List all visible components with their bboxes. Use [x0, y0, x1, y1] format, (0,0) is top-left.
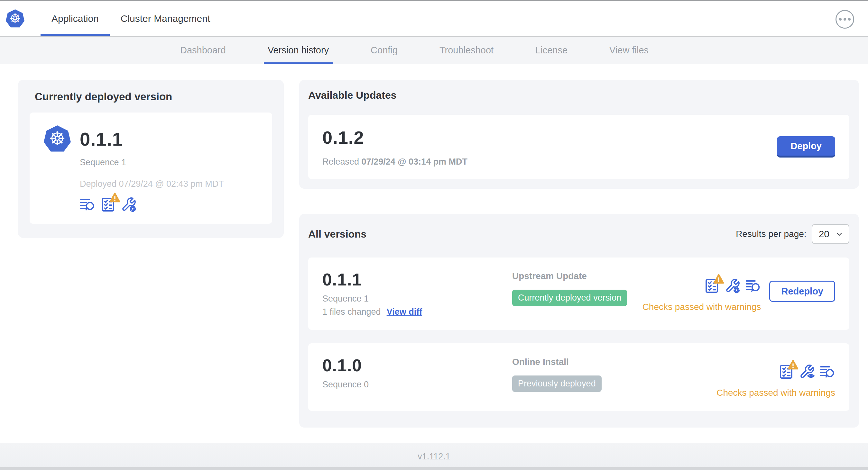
files-changed-label: 1 files changed	[322, 307, 381, 317]
overflow-menu-button[interactable]	[836, 10, 854, 29]
results-per-page-select[interactable]: 20	[812, 224, 849, 244]
available-updates-title: Available Updates	[308, 89, 849, 101]
preflight-checks-warning-icon[interactable]	[779, 364, 794, 379]
preflight-status-text: Checks passed with warnings	[716, 388, 835, 398]
tab-cluster-management[interactable]: Cluster Management	[110, 1, 221, 36]
deployed-timestamp: Deployed 07/29/24 @ 02:43 pm MDT	[80, 179, 259, 189]
diff-icon[interactable]	[820, 364, 835, 379]
row-version-number: 0.1.1	[322, 270, 512, 289]
results-per-page: Results per page: 20	[736, 224, 849, 244]
deployed-version-number: 0.1.1	[80, 128, 123, 150]
tab-troubleshoot[interactable]: Troubleshoot	[436, 37, 497, 64]
footer: v1.112.1	[0, 443, 868, 470]
diff-icon[interactable]	[80, 197, 95, 212]
right-column: Available Updates 0.1.2 Released 07/29/2…	[299, 80, 859, 428]
tab-license[interactable]: License	[531, 37, 571, 64]
tab-view-files[interactable]: View files	[606, 37, 652, 64]
chevron-down-icon	[835, 230, 843, 238]
preflight-status-text: Checks passed with warnings	[643, 302, 761, 312]
warning-triangle-icon	[787, 360, 799, 370]
deploy-button[interactable]: Deploy	[777, 136, 835, 158]
version-source-label: Upstream Update	[512, 271, 643, 281]
view-diff-link[interactable]: View diff	[387, 307, 423, 317]
preflight-checks-warning-icon[interactable]	[100, 197, 116, 212]
all-versions-title: All versions	[308, 228, 366, 240]
config-gear-icon[interactable]	[121, 197, 136, 212]
console-version: v1.112.1	[417, 452, 451, 462]
app-window: ☸ Application Cluster Management Dashboa…	[0, 0, 868, 470]
kubernetes-logo: ☸	[6, 9, 25, 28]
top-tabs: Application Cluster Management	[40, 1, 221, 36]
ship-wheel-icon: ☸	[9, 12, 21, 25]
tab-config[interactable]: Config	[367, 37, 402, 64]
update-version-number: 0.1.2	[322, 127, 467, 148]
row-sequence: Sequence 1	[322, 294, 512, 304]
ellipsis-icon	[839, 18, 842, 21]
update-released-line: Released 07/29/24 @ 03:14 pm MDT	[322, 157, 467, 167]
currently-deployed-title: Currently deployed version	[35, 91, 272, 103]
tab-application-label: Application	[52, 13, 99, 24]
all-versions-card: All versions Results per page: 20 0.1.1 …	[299, 214, 859, 428]
deployment-status-badge: Previously deployed	[512, 375, 601, 392]
row-version-number: 0.1.0	[322, 356, 512, 375]
config-eye-icon[interactable]	[799, 364, 815, 379]
deployed-sequence: Sequence 1	[80, 158, 259, 167]
available-updates-card: Available Updates 0.1.2 Released 07/29/2…	[299, 80, 859, 189]
tab-cluster-management-label: Cluster Management	[121, 13, 210, 24]
results-per-page-label: Results per page:	[736, 229, 806, 239]
version-row-0-1-0: 0.1.0 Sequence 0 Online Install Previous…	[308, 343, 849, 411]
update-row: 0.1.2 Released 07/29/24 @ 03:14 pm MDT D…	[308, 115, 849, 179]
version-source-label: Online Install	[512, 357, 716, 367]
diff-icon[interactable]	[745, 278, 761, 294]
top-navigation: ☸ Application Cluster Management	[0, 1, 868, 37]
redeploy-button[interactable]: Redeploy	[769, 281, 835, 302]
main-content: Currently deployed version ☸ 0.1.1 Seque…	[0, 64, 868, 443]
tab-application[interactable]: Application	[40, 1, 110, 36]
row-sequence: Sequence 0	[322, 380, 512, 390]
update-released-timestamp: 07/29/24 @ 03:14 pm MDT	[362, 157, 467, 167]
deployed-version-panel: ☸ 0.1.1 Sequence 1 Deployed 07/29/24 @ 0…	[30, 112, 272, 224]
tab-version-history[interactable]: Version history	[264, 37, 333, 64]
deployment-status-badge: Currently deployed version	[512, 290, 627, 306]
currently-deployed-card: Currently deployed version ☸ 0.1.1 Seque…	[18, 80, 284, 238]
version-row-0-1-1: 0.1.1 Sequence 1 1 files changed View di…	[308, 258, 849, 330]
tab-dashboard[interactable]: Dashboard	[176, 37, 230, 64]
warning-triangle-icon	[713, 274, 724, 284]
config-gear-icon[interactable]	[725, 278, 740, 294]
app-sub-navigation: Dashboard Version history Config Trouble…	[0, 37, 868, 64]
warning-triangle-icon	[110, 192, 120, 203]
preflight-checks-warning-icon[interactable]	[704, 278, 720, 294]
kubernetes-app-icon: ☸	[44, 125, 71, 153]
